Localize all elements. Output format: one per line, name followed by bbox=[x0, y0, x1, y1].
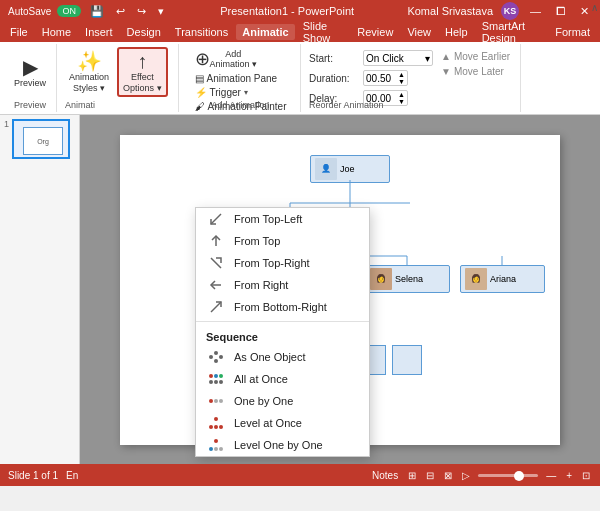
view-reading-button[interactable]: ⊠ bbox=[442, 470, 454, 481]
dropdown-item-right[interactable]: From Right bbox=[196, 274, 369, 296]
animation-styles-button[interactable]: ✨ Animation Styles ▾ bbox=[65, 49, 113, 95]
dropdown-item-top[interactable]: From Top bbox=[196, 230, 369, 252]
title-bar-center: Presentation1 - PowerPoint bbox=[167, 5, 408, 17]
close-button[interactable]: ✕ bbox=[577, 5, 592, 18]
menu-view[interactable]: View bbox=[401, 24, 437, 40]
start-label: Start: bbox=[309, 53, 359, 64]
zoom-thumb bbox=[514, 471, 524, 481]
timing-group-label: Reorder Animation bbox=[309, 100, 384, 110]
menu-file[interactable]: File bbox=[4, 24, 34, 40]
svg-point-22 bbox=[209, 399, 213, 403]
dropdown-item-top-right[interactable]: From Top-Right bbox=[196, 252, 369, 274]
menu-slideshow[interactable]: Slide Show bbox=[297, 18, 350, 46]
add-animation-button[interactable]: ⊕ AddAnimation ▾ bbox=[191, 46, 262, 71]
undo-button[interactable]: ↩ bbox=[113, 5, 128, 18]
fit-button[interactable]: ⊡ bbox=[580, 470, 592, 481]
status-bar: Slide 1 of 1 En Notes ⊞ ⊟ ⊠ ▷ — + ⊡ bbox=[0, 464, 600, 486]
sequence-header: Sequence bbox=[196, 325, 369, 346]
svg-point-21 bbox=[219, 380, 223, 384]
svg-point-12 bbox=[209, 355, 213, 359]
window-title: Presentation1 - PowerPoint bbox=[220, 5, 354, 17]
move-later-button[interactable]: ▼ Move Later bbox=[437, 65, 514, 78]
title-bar-left: AutoSave ON 💾 ↩ ↪ ▾ bbox=[8, 5, 167, 18]
slide-thumbnail[interactable]: Org bbox=[12, 119, 70, 159]
selena-label: Selena bbox=[395, 274, 423, 284]
org-node-selena[interactable]: 👩 Selena bbox=[365, 265, 450, 293]
joe-label: Joe bbox=[340, 164, 355, 174]
bottom-node-3[interactable] bbox=[392, 345, 422, 375]
start-select[interactable]: On Click ▾ bbox=[363, 50, 433, 66]
duration-spin[interactable]: 00.50 ▲▼ bbox=[363, 70, 408, 86]
trigger-button[interactable]: ⚡ Trigger ▾ bbox=[191, 86, 291, 99]
effect-options-button[interactable]: ↑ Effect Options ▾ bbox=[117, 47, 168, 97]
autosave-toggle[interactable]: ON bbox=[57, 5, 81, 17]
redo-button[interactable]: ↪ bbox=[134, 5, 149, 18]
add-group-label: Add Animation bbox=[211, 100, 269, 110]
dropdown-item-all-at-once[interactable]: All at Once bbox=[196, 368, 369, 390]
dropdown-item-level-at-once[interactable]: Level at Once bbox=[196, 412, 369, 434]
zoom-slider[interactable] bbox=[478, 474, 538, 477]
animation-pane-button[interactable]: ▤ Animation Pane bbox=[191, 72, 291, 85]
save-button[interactable]: 💾 bbox=[87, 5, 107, 18]
status-right: Notes ⊞ ⊟ ⊠ ▷ — + ⊡ bbox=[370, 470, 592, 481]
ribbon-group-add: ⊕ AddAnimation ▾ ▤ Animation Pane ⚡ Trig… bbox=[181, 44, 301, 112]
duration-value: 00.50 bbox=[366, 73, 391, 84]
top-right-icon bbox=[206, 256, 226, 270]
svg-point-25 bbox=[214, 417, 218, 421]
add-group-content: ⊕ AddAnimation ▾ ▤ Animation Pane ⚡ Trig… bbox=[191, 46, 291, 125]
collapse-ribbon-button[interactable]: ∧ bbox=[591, 2, 598, 13]
dropdown-item-level-one-by-one[interactable]: Level One by One bbox=[196, 434, 369, 456]
svg-point-26 bbox=[209, 425, 213, 429]
customize-button[interactable]: ▾ bbox=[155, 5, 167, 18]
one-by-one-label: One by One bbox=[234, 395, 293, 407]
right-label: From Right bbox=[234, 279, 288, 291]
ribbon-content: ▶ Preview Preview ✨ Animation Styles ▾ ↑… bbox=[0, 42, 600, 114]
preview-icon: ▶ bbox=[23, 57, 38, 77]
slide-info: Slide 1 of 1 bbox=[8, 470, 58, 481]
menu-home[interactable]: Home bbox=[36, 24, 77, 40]
add-animation-icon: ⊕ bbox=[195, 50, 210, 68]
menu-animate[interactable]: Animatic bbox=[236, 24, 294, 40]
dropdown-item-top-left[interactable]: From Top-Left bbox=[196, 208, 369, 230]
effect-options-dropdown: From Top-Left From Top bbox=[195, 207, 370, 457]
preview-button[interactable]: ▶ Preview bbox=[10, 55, 50, 90]
preview-label: Preview bbox=[14, 78, 46, 88]
status-left: Slide 1 of 1 En bbox=[8, 470, 78, 481]
notes-button[interactable]: Notes bbox=[370, 470, 400, 481]
svg-point-20 bbox=[214, 380, 218, 384]
ribbon-group-preview: ▶ Preview Preview bbox=[4, 44, 57, 112]
svg-point-19 bbox=[209, 380, 213, 384]
ribbon-group-timing: Start: On Click ▾ Duration: 00.50 ▲▼ bbox=[303, 44, 521, 112]
menu-format[interactable]: Format bbox=[549, 24, 596, 40]
all-at-once-label: All at Once bbox=[234, 373, 288, 385]
dropdown-item-bottom-right[interactable]: From Bottom-Right bbox=[196, 296, 369, 318]
org-node-joe[interactable]: 👤 Joe bbox=[310, 155, 390, 183]
slide-panel: 1 Org bbox=[0, 115, 80, 464]
menu-help[interactable]: Help bbox=[439, 24, 474, 40]
dropdown-item-one-by-one[interactable]: One by One bbox=[196, 390, 369, 412]
org-node-ariana[interactable]: 👩 Ariana bbox=[460, 265, 545, 293]
view-slide-button[interactable]: ⊟ bbox=[424, 470, 436, 481]
menu-insert[interactable]: Insert bbox=[79, 24, 119, 40]
menu-smartart[interactable]: SmartArt Design bbox=[476, 18, 548, 46]
view-normal-button[interactable]: ⊞ bbox=[406, 470, 418, 481]
one-object-label: As One Object bbox=[234, 351, 306, 363]
menu-bar: File Home Insert Design Transitions Anim… bbox=[0, 22, 600, 42]
menu-design[interactable]: Design bbox=[121, 24, 167, 40]
restore-button[interactable]: ⧠ bbox=[552, 5, 569, 17]
top-label: From Top bbox=[234, 235, 280, 247]
zoom-in-button[interactable]: + bbox=[564, 470, 574, 481]
svg-point-28 bbox=[219, 425, 223, 429]
view-slideshow-button[interactable]: ▷ bbox=[460, 470, 472, 481]
svg-point-16 bbox=[209, 374, 213, 378]
minimize-button[interactable]: — bbox=[527, 5, 544, 17]
svg-point-24 bbox=[219, 399, 223, 403]
menu-review[interactable]: Review bbox=[351, 24, 399, 40]
menu-transitions[interactable]: Transitions bbox=[169, 24, 234, 40]
ariana-avatar: 👩 bbox=[465, 268, 487, 290]
dropdown-item-one-object[interactable]: As One Object bbox=[196, 346, 369, 368]
svg-point-27 bbox=[214, 425, 218, 429]
move-earlier-button[interactable]: ▲ Move Earlier bbox=[437, 50, 514, 63]
zoom-out-button[interactable]: — bbox=[544, 470, 558, 481]
bottom-right-icon bbox=[206, 300, 226, 314]
